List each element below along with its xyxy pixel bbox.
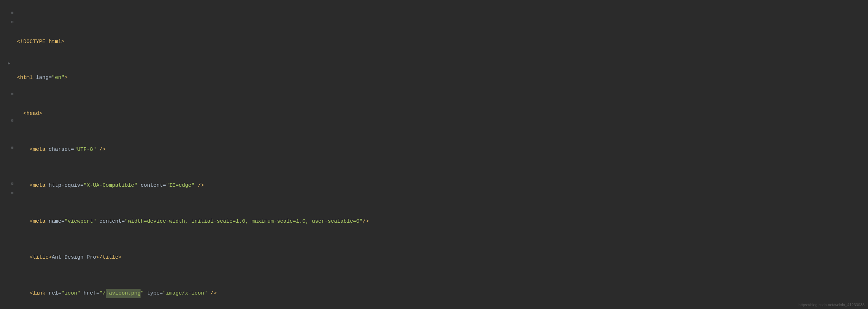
code-line[interactable]: <title>Ant Design Pro</title>	[17, 253, 868, 262]
fold-icon[interactable]: ⊟	[11, 191, 13, 195]
favicon-href: favicon.png	[106, 289, 141, 298]
fold-icon[interactable]: ⊟	[11, 11, 13, 15]
code-editor[interactable]: ⊟ ⊟ ▶ ⊟ ⊟ ⊟ ⊡ ⊟ <!DOCTYPE html> <html la…	[0, 0, 868, 309]
code-line[interactable]: <!DOCTYPE html>	[17, 37, 868, 47]
head-open: <head>	[23, 109, 42, 118]
fold-icon[interactable]: ⊡	[11, 181, 13, 186]
right-margin-line	[410, 0, 410, 309]
run-icon[interactable]: ▶	[8, 61, 10, 66]
fold-icon[interactable]: ⊟	[11, 118, 13, 123]
fold-icon[interactable]: ⊟	[11, 146, 13, 150]
code-line[interactable]: <meta charset="UTF-8" />	[17, 145, 868, 154]
code-line[interactable]: <html lang="en">	[17, 73, 868, 82]
code-area[interactable]: <!DOCTYPE html> <html lang="en"> <head> …	[17, 0, 868, 309]
tag-open: <html	[17, 73, 33, 82]
code-line[interactable]: <head>	[17, 109, 868, 118]
fold-icon[interactable]: ⊟	[11, 20, 13, 24]
watermark: https://blog.csdn.net/weixin_41233038	[799, 303, 864, 307]
code-line[interactable]: <link rel="icon" href="/favicon.png" typ…	[17, 289, 868, 298]
title-text: Ant Design Pro	[52, 253, 96, 262]
code-line[interactable]: <meta http-equiv="X-UA-Compatible" conte…	[17, 181, 868, 190]
doctype: <!DOCTYPE html>	[17, 37, 64, 47]
gutter: ⊟ ⊟ ▶ ⊟ ⊟ ⊟ ⊡ ⊟	[0, 0, 17, 309]
code-line[interactable]: <meta name="viewport" content="width=dev…	[17, 217, 868, 226]
fold-icon[interactable]: ⊟	[11, 92, 13, 96]
